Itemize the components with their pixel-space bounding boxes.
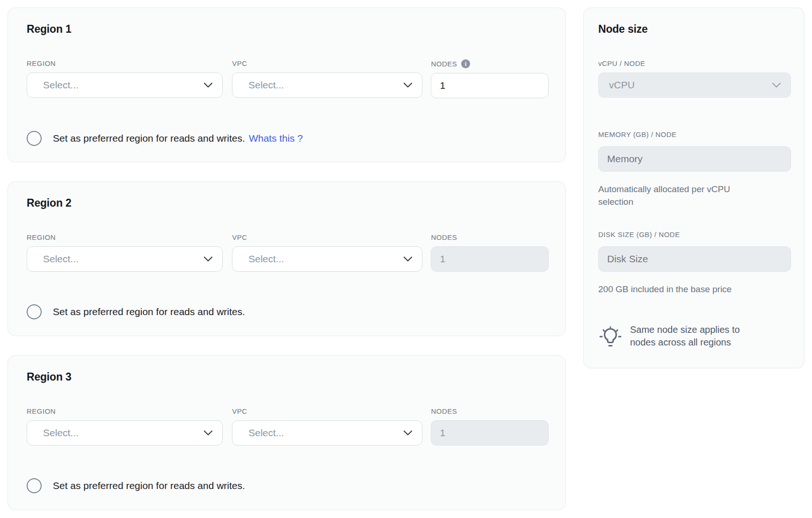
- region-field: REGION Select...: [27, 59, 223, 98]
- region-select-value: Select...: [43, 79, 79, 91]
- preferred-region-radio[interactable]: [27, 304, 42, 319]
- region-2-fields: REGION Select... VPC Select... NODES: [27, 233, 549, 272]
- region-select[interactable]: Select...: [27, 246, 223, 272]
- region-1-fields: REGION Select... VPC Select... NODES: [27, 59, 549, 98]
- region-field: REGION Select...: [27, 407, 223, 446]
- preferred-region-radio[interactable]: [27, 478, 42, 493]
- vpc-field-label: VPC: [232, 59, 422, 68]
- vcpu-select[interactable]: vCPU: [598, 72, 791, 98]
- chevron-down-icon: [203, 256, 213, 262]
- chevron-down-icon: [772, 82, 781, 88]
- region-3-card: Region 3 REGION Select... VPC Select...: [7, 355, 566, 510]
- nodes-input-disabled: [431, 246, 549, 272]
- region-2-card: Region 2 REGION Select... VPC Select...: [7, 181, 566, 336]
- preferred-region-row: Set as preferred region for reads and wr…: [27, 478, 549, 493]
- region-field: REGION Select...: [27, 233, 223, 272]
- nodes-field-label: NODES: [431, 233, 549, 242]
- chevron-down-icon: [203, 82, 213, 88]
- vpc-field: VPC Select...: [232, 233, 422, 272]
- lightbulb-icon: [598, 324, 623, 352]
- nodes-field-label: NODES i: [431, 59, 549, 68]
- nodes-field: NODES i: [431, 59, 549, 98]
- nodes-field-label-text: NODES: [431, 60, 457, 68]
- region-1-title: Region 1: [27, 22, 549, 36]
- node-size-note: Same node size applies to nodes across a…: [598, 324, 790, 352]
- vpc-field-label: VPC: [232, 407, 422, 416]
- disk-size-input-disabled: [598, 246, 791, 272]
- memory-input-disabled: [598, 146, 791, 172]
- vpc-field-label: VPC: [232, 233, 422, 242]
- node-size-title: Node size: [598, 22, 790, 36]
- node-size-column: Node size vCPU / NODE vCPU MEMORY (GB) /…: [583, 7, 805, 368]
- chevron-down-icon: [203, 430, 213, 436]
- vpc-field: VPC Select...: [232, 407, 422, 446]
- vpc-select[interactable]: Select...: [232, 420, 422, 446]
- node-configuration-page: Region 1 REGION Select... VPC Select...: [0, 0, 812, 510]
- disk-size-field-label: DISK SIZE (GB) / NODE: [598, 230, 790, 239]
- node-size-note-text: Same node size applies to nodes across a…: [630, 324, 761, 349]
- region-3-title: Region 3: [27, 370, 549, 384]
- vpc-select[interactable]: Select...: [232, 72, 422, 98]
- nodes-field-label: NODES: [431, 407, 549, 416]
- region-2-title: Region 2: [27, 196, 549, 210]
- nodes-field: NODES: [431, 233, 549, 272]
- chevron-down-icon: [403, 430, 413, 436]
- memory-field-label: MEMORY (GB) / NODE: [598, 130, 790, 139]
- regions-column: Region 1 REGION Select... VPC Select...: [7, 7, 566, 510]
- vpc-select-value: Select...: [248, 253, 284, 265]
- chevron-down-icon: [403, 82, 413, 88]
- nodes-field: NODES: [431, 407, 549, 446]
- chevron-down-icon: [403, 256, 413, 262]
- region-1-card: Region 1 REGION Select... VPC Select...: [7, 7, 566, 162]
- region-field-label: REGION: [27, 233, 223, 242]
- region-select[interactable]: Select...: [27, 420, 223, 446]
- vcpu-select-value: vCPU: [609, 79, 635, 91]
- region-field-label: REGION: [27, 407, 223, 416]
- vpc-select[interactable]: Select...: [232, 246, 422, 272]
- region-field-label: REGION: [27, 59, 223, 68]
- disk-helper-text: 200 GB included in the base price: [598, 283, 790, 295]
- node-size-card: Node size vCPU / NODE vCPU MEMORY (GB) /…: [583, 7, 805, 368]
- region-select-value: Select...: [43, 253, 79, 265]
- vpc-select-value: Select...: [248, 427, 284, 439]
- memory-helper-text: Automatically allocated per vCPU selecti…: [598, 183, 757, 208]
- preferred-region-row: Set as preferred region for reads and wr…: [27, 131, 549, 146]
- vpc-select-value: Select...: [248, 79, 284, 91]
- preferred-region-label: Set as preferred region for reads and wr…: [53, 133, 245, 144]
- preferred-region-label: Set as preferred region for reads and wr…: [53, 480, 245, 491]
- region-3-fields: REGION Select... VPC Select... NODES: [27, 407, 549, 446]
- info-icon[interactable]: i: [461, 59, 470, 68]
- vpc-field: VPC Select...: [232, 59, 422, 98]
- nodes-input-disabled: [431, 420, 549, 446]
- vcpu-field-label: vCPU / NODE: [598, 59, 790, 68]
- region-select-value: Select...: [43, 427, 79, 439]
- preferred-region-label: Set as preferred region for reads and wr…: [53, 306, 245, 317]
- nodes-input[interactable]: [431, 73, 549, 98]
- region-select[interactable]: Select...: [27, 72, 223, 98]
- whats-this-link[interactable]: Whats this ?: [249, 133, 303, 144]
- preferred-region-radio[interactable]: [27, 131, 42, 146]
- preferred-region-row: Set as preferred region for reads and wr…: [27, 304, 549, 319]
